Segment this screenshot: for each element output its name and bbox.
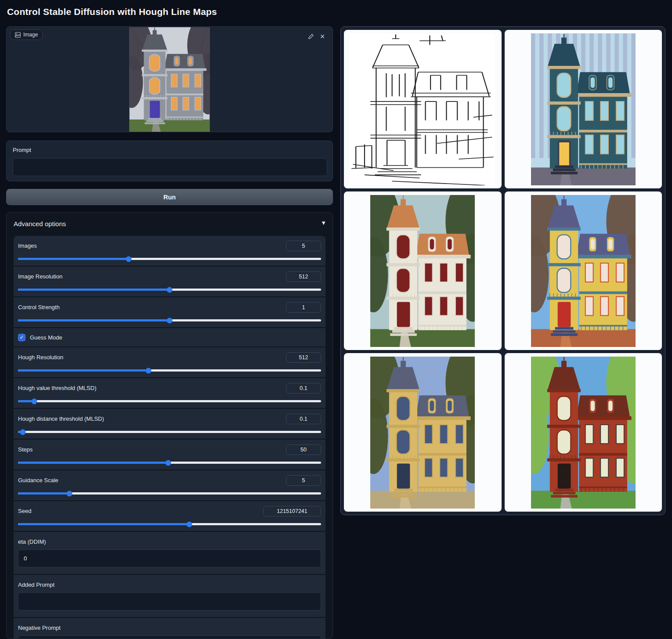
images-label: Images	[18, 242, 37, 249]
images-slider[interactable]	[18, 258, 321, 260]
input-image-component[interactable]: Image ×	[6, 26, 333, 132]
guess-mode-checkbox-block: ✓Guess Mode	[14, 328, 325, 347]
seed-value-input[interactable]	[263, 506, 321, 516]
eta-ddim-input[interactable]	[18, 549, 321, 567]
x-icon: ×	[320, 32, 325, 40]
guess-mode-label: Guess Mode	[30, 334, 62, 341]
result-hough-line-map-image	[350, 33, 495, 185]
result-red-brick-victorian-painting-image	[531, 357, 636, 509]
result-gold-victorian-painting-image	[370, 357, 475, 509]
control-strength-slider-fill	[18, 319, 170, 321]
image-label: Image	[23, 32, 38, 38]
chevron-down-icon: ▼	[321, 220, 326, 226]
prompt-component: Prompt	[6, 141, 333, 181]
gallery-cell-result-yellow-blue-victorian-painting[interactable]	[505, 191, 662, 350]
clear-image-button[interactable]: ×	[318, 32, 327, 41]
hough-distance-threshold-mlsd-slider[interactable]	[18, 431, 321, 433]
result-teal-victorian-painting-image	[531, 33, 636, 185]
guess-mode-checkbox[interactable]: ✓	[18, 334, 25, 341]
advanced-options-accordion: Advanced options ▼ ImagesImage Resolutio…	[6, 212, 333, 639]
edit-image-button[interactable]	[306, 32, 316, 41]
hough-value-threshold-mlsd-slider-block: Hough value threshold (MLSD)	[14, 378, 325, 408]
hough-value-threshold-mlsd-label: Hough value threshold (MLSD)	[18, 385, 96, 391]
gallery-cell-result-gold-victorian-painting[interactable]	[344, 353, 502, 512]
steps-slider-handle[interactable]	[165, 460, 171, 466]
images-slider-fill	[18, 258, 129, 260]
steps-slider-block: Steps	[14, 440, 325, 469]
result-white-victorian-painting-image	[370, 195, 475, 347]
seed-slider-fill	[18, 523, 189, 525]
guidance-scale-slider-handle[interactable]	[67, 491, 72, 496]
eta-ddim-label: eta (DDIM)	[18, 538, 321, 545]
prompt-input[interactable]	[13, 158, 327, 176]
guidance-scale-label: Guidance Scale	[18, 477, 58, 484]
hough-value-threshold-mlsd-slider[interactable]	[18, 400, 321, 402]
added-prompt-block: Added Prompt	[14, 575, 325, 617]
control-strength-slider-handle[interactable]	[167, 318, 173, 323]
hough-distance-threshold-mlsd-slider-block: Hough distance threshold (MLSD)	[14, 409, 325, 439]
images-slider-handle[interactable]	[126, 256, 131, 262]
check-icon: ✓	[19, 335, 24, 340]
images-slider-block: Images	[14, 236, 325, 266]
image-resolution-label: Image Resolution	[18, 273, 62, 280]
input-house-image	[130, 27, 210, 132]
control-strength-slider-block: Control Strength	[14, 297, 325, 327]
guidance-scale-value-input[interactable]	[286, 475, 321, 486]
negative-prompt-label: Negative Prompt	[18, 625, 321, 631]
seed-slider-handle[interactable]	[186, 521, 192, 527]
guidance-scale-slider[interactable]	[18, 492, 321, 495]
advanced-options-header[interactable]: Advanced options ▼	[7, 213, 332, 235]
gallery-cell-result-teal-victorian-painting[interactable]	[505, 30, 662, 188]
pencil-icon	[308, 33, 314, 40]
run-button[interactable]: Run	[6, 189, 333, 205]
image-resolution-slider-handle[interactable]	[167, 287, 173, 292]
negative-prompt-input[interactable]	[18, 635, 321, 639]
seed-slider-block: Seed	[14, 501, 325, 531]
hough-resolution-slider-fill	[18, 369, 148, 372]
image-resolution-slider-fill	[18, 289, 170, 291]
hough-distance-threshold-mlsd-slider-handle[interactable]	[20, 429, 26, 435]
uploaded-house-photo[interactable]	[130, 27, 210, 132]
advanced-blocks: ImagesImage ResolutionControl Strength✓G…	[14, 236, 325, 639]
result-yellow-blue-victorian-painting-image	[531, 195, 636, 347]
gallery-cell-result-hough-line-map[interactable]	[344, 30, 502, 188]
control-strength-label: Control Strength	[18, 304, 60, 310]
hough-resolution-label: Hough Resolution	[18, 354, 63, 361]
hough-resolution-slider-handle[interactable]	[145, 368, 151, 373]
image-icon	[15, 32, 21, 38]
steps-slider[interactable]	[18, 462, 321, 464]
prompt-label: Prompt	[13, 147, 31, 153]
result-gallery	[340, 26, 665, 515]
advanced-options-title: Advanced options	[14, 220, 66, 227]
gallery-cell-result-white-victorian-painting[interactable]	[344, 191, 502, 350]
hough-distance-threshold-mlsd-label: Hough distance threshold (MLSD)	[18, 415, 104, 422]
steps-value-input[interactable]	[286, 444, 321, 455]
image-resolution-slider-block: Image Resolution	[14, 267, 325, 296]
hough-value-threshold-mlsd-value-input[interactable]	[286, 383, 321, 394]
steps-label: Steps	[18, 446, 33, 453]
hough-resolution-slider-block: Hough Resolution	[14, 347, 325, 377]
image-resolution-slider[interactable]	[18, 289, 321, 291]
control-strength-value-input[interactable]	[286, 302, 321, 313]
app-page: Control Stable Diffusion with Hough Line…	[0, 0, 672, 639]
seed-slider[interactable]	[18, 523, 321, 525]
control-strength-slider[interactable]	[18, 319, 321, 321]
negative-prompt-block: Negative Prompt	[14, 618, 325, 639]
hough-distance-threshold-mlsd-value-input[interactable]	[286, 414, 321, 424]
image-resolution-value-input[interactable]	[286, 271, 321, 282]
page-title: Control Stable Diffusion with Hough Line…	[7, 7, 217, 17]
guidance-scale-slider-block: Guidance Scale	[14, 470, 325, 500]
image-label-badge: Image	[10, 29, 43, 40]
seed-label: Seed	[18, 508, 31, 514]
hough-value-threshold-mlsd-slider-handle[interactable]	[31, 398, 37, 404]
images-value-input[interactable]	[286, 241, 321, 251]
hough-resolution-value-input[interactable]	[286, 352, 321, 363]
hough-resolution-slider[interactable]	[18, 369, 321, 372]
eta-ddim-block: eta (DDIM)	[14, 532, 325, 574]
added-prompt-label: Added Prompt	[18, 581, 321, 588]
added-prompt-input[interactable]	[18, 592, 321, 610]
guidance-scale-slider-fill	[18, 492, 69, 495]
gallery-cell-result-red-brick-victorian-painting[interactable]	[505, 353, 662, 512]
steps-slider-fill	[18, 462, 168, 464]
